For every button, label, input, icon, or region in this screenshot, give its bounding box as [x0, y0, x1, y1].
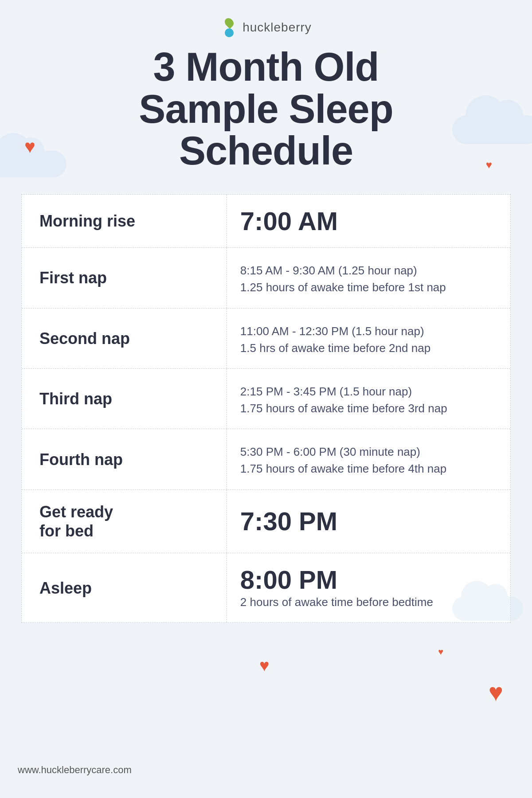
schedule-row-fourth-nap: Fourth nap5:30 PM - 6:00 PM (30 minute n…: [22, 429, 510, 489]
page-wrapper: ♥ ♥ ♥ ♥ ♥ huckleberry 3 Month Old Sample…: [0, 0, 532, 798]
cloud-decoration-2: [452, 115, 532, 144]
row-value-third-nap: 2:15 PM - 3:45 PM (1.5 hour nap)1.75 hou…: [227, 369, 510, 429]
footer: www.huckleberrycare.com: [0, 751, 532, 789]
time-large-morning-rise: 7:00 AM: [240, 207, 497, 235]
schedule-row-second-nap: Second nap11:00 AM - 12:30 PM (1.5 hour …: [22, 309, 510, 369]
footer-url: www.huckleberrycare.com: [18, 764, 132, 776]
heart-decoration-4: ♥: [489, 680, 503, 705]
time-detail1-third-nap: 2:15 PM - 3:45 PM (1.5 hour nap): [240, 383, 497, 400]
page-title: 3 Month Old Sample Sleep Schedule: [112, 46, 419, 172]
row-label-first-nap: First nap: [22, 248, 227, 308]
heart-decoration-3: ♥: [259, 657, 270, 674]
row-label-text-get-ready: Get readyfor bed: [39, 502, 113, 540]
row-label-text-morning-rise: Morning rise: [39, 211, 135, 231]
row-label-asleep: Asleep: [22, 553, 227, 622]
row-label-second-nap: Second nap: [22, 309, 227, 368]
schedule-row-third-nap: Third nap2:15 PM - 3:45 PM (1.5 hour nap…: [22, 369, 510, 429]
row-label-text-asleep: Asleep: [39, 579, 92, 598]
row-label-text-third-nap: Third nap: [39, 389, 112, 408]
time-detail1-fourth-nap: 5:30 PM - 6:00 PM (30 minute nap): [240, 443, 497, 461]
heart-decoration-1: ♥: [24, 137, 35, 156]
time-large-asleep: 8:00 PM: [240, 566, 497, 594]
header: huckleberry 3 Month Old Sample Sleep Sch…: [0, 0, 532, 185]
cloud-decoration-3: [452, 596, 523, 621]
row-label-third-nap: Third nap: [22, 369, 227, 429]
brand-name: huckleberry: [243, 20, 312, 35]
schedule-row-asleep: Asleep8:00 PM2 hours of awake time befor…: [22, 553, 510, 622]
schedule-row-morning-rise: Morning rise7:00 AM: [22, 195, 510, 248]
title-line2: Sample Sleep: [139, 87, 393, 131]
logo-icon: [220, 18, 238, 37]
schedule-row-first-nap: First nap8:15 AM - 9:30 AM (1.25 hour na…: [22, 248, 510, 308]
schedule-row-get-ready: Get readyfor bed7:30 PM: [22, 490, 510, 553]
row-label-fourth-nap: Fourth nap: [22, 429, 227, 489]
heart-decoration-5: ♥: [438, 647, 443, 656]
row-label-text-first-nap: First nap: [39, 268, 107, 287]
row-label-text-fourth-nap: Fourth nap: [39, 450, 123, 469]
row-value-first-nap: 8:15 AM - 9:30 AM (1.25 hour nap)1.25 ho…: [227, 248, 510, 308]
row-value-morning-rise: 7:00 AM: [227, 195, 510, 248]
time-detail1-second-nap: 11:00 AM - 12:30 PM (1.5 hour nap): [240, 323, 497, 340]
time-detail2-fourth-nap: 1.75 hours of awake time before 4th nap: [240, 461, 497, 477]
title-line3: Schedule: [179, 129, 353, 173]
logo-leaf-icon: [223, 16, 235, 29]
time-detail2-first-nap: 1.25 hours of awake time before 1st nap: [240, 279, 497, 295]
row-label-get-ready: Get readyfor bed: [22, 490, 227, 553]
logo-area: huckleberry: [220, 18, 312, 37]
schedule-table: Morning rise7:00 AMFirst nap8:15 AM - 9:…: [21, 194, 511, 623]
time-large-get-ready: 7:30 PM: [240, 507, 497, 536]
heart-decoration-2: ♥: [486, 160, 492, 170]
time-detail2-third-nap: 1.75 hours of awake time before 3rd nap: [240, 400, 497, 416]
time-detail2-second-nap: 1.5 hrs of awake time before 2nd nap: [240, 340, 497, 356]
title-line1: 3 Month Old: [153, 45, 379, 89]
row-value-fourth-nap: 5:30 PM - 6:00 PM (30 minute nap)1.75 ho…: [227, 429, 510, 489]
row-value-second-nap: 11:00 AM - 12:30 PM (1.5 hour nap)1.5 hr…: [227, 309, 510, 368]
row-label-morning-rise: Morning rise: [22, 195, 227, 248]
logo-berry-icon: [225, 28, 234, 37]
row-label-text-second-nap: Second nap: [39, 329, 130, 348]
time-detail1-first-nap: 8:15 AM - 9:30 AM (1.25 hour nap): [240, 262, 497, 279]
row-value-get-ready: 7:30 PM: [227, 490, 510, 553]
